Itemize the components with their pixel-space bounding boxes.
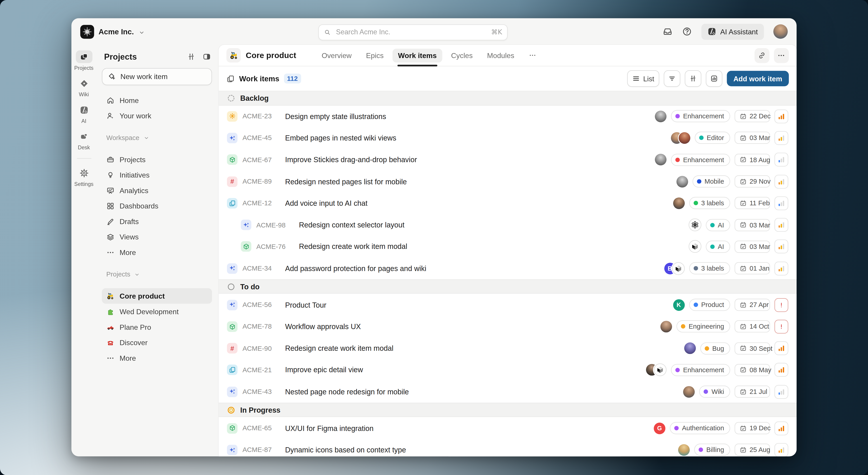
group-header-backlog[interactable]: Backlog [219,91,797,105]
label-pill[interactable]: Editor [694,132,730,144]
due-date-pill[interactable]: 03 Mar [735,241,770,253]
priority-urgent-icon[interactable] [774,319,788,333]
due-date-pill[interactable]: 30 Sept [735,342,770,354]
due-date-pill[interactable]: 27 Apr [735,299,770,311]
priority-urgent-icon[interactable] [774,298,788,312]
sidebar-project-discover[interactable]: Discover [102,335,212,350]
work-item-row[interactable]: ACME-21 Improve epic detail view Enhance… [219,359,797,381]
label-pill[interactable]: Enhancement [671,154,730,166]
tab-modules[interactable]: Modules [482,48,520,62]
sidebar-item-dashboards[interactable]: Dashboards [102,198,212,214]
work-item-row[interactable]: ACME-23 Design empty state illustrations… [219,105,797,127]
work-item-row[interactable]: ACME-76 Redesign create work item modal … [219,236,797,258]
assignee-avatars[interactable] [655,110,666,122]
sidebar-item-views[interactable]: Views [102,229,212,245]
add-work-item-button[interactable]: Add work item [727,71,789,86]
user-avatar[interactable] [773,24,788,39]
assignee-avatars[interactable]: B [664,262,685,275]
due-date-pill[interactable]: 14 Oct [735,320,770,333]
rail-item-wiki[interactable]: Wiki [71,77,96,97]
priority-medium-icon[interactable] [774,175,788,189]
priority-low-icon[interactable] [774,196,788,210]
assignee-avatars[interactable] [673,197,684,209]
projects-section-header[interactable]: Projects [102,268,212,281]
work-item-row[interactable]: # ACME-89 Redesign nested pages list for… [219,171,797,192]
rail-item-projects[interactable]: Projects [71,50,96,71]
work-item-row[interactable]: ACME-78 Workflow approvals UX Engineerin… [219,316,797,337]
rail-item-settings[interactable]: Settings [71,166,96,187]
new-work-item-button[interactable]: New work item [102,68,212,85]
layout-list-button[interactable]: List [627,70,659,87]
assignee-avatars[interactable] [683,386,695,398]
sidebar-item-more[interactable]: More [102,244,212,260]
workspace-switcher[interactable]: Acme Inc. [80,25,145,38]
due-date-pill[interactable]: 01 Jan [735,262,770,274]
label-pill[interactable]: 3 labels [689,197,730,209]
sidebar-item-projects[interactable]: Projects [102,151,212,167]
due-date-pill[interactable]: 21 Jul [735,385,770,398]
work-item-row[interactable]: # ACME-90 Redesign create work item moda… [219,337,797,359]
due-date-pill[interactable]: 03 Mar [735,132,770,144]
label-pill[interactable]: Wiki [700,385,730,398]
label-pill[interactable]: Bug [700,342,730,354]
work-item-row[interactable]: ACME-12 Add voice input to AI chat 3 lab… [219,192,797,214]
ai-assistant-button[interactable]: AI Assistant [702,24,764,39]
assignee-avatars[interactable] [678,444,690,455]
priority-high-icon[interactable] [774,421,788,435]
label-pill[interactable]: Enhancement [671,110,730,123]
assignee-avatars[interactable] [688,218,701,231]
workspace-section-header[interactable]: Workspace [102,131,212,144]
label-pill[interactable]: AI [706,241,730,253]
due-date-pill[interactable]: 25 Aug [735,444,770,456]
work-item-row[interactable]: ACME-45 Embed pages in nested wiki views… [219,127,797,149]
assignee-avatars[interactable] [655,154,666,165]
due-date-pill[interactable]: 11 Feb [735,197,770,209]
due-date-pill[interactable]: 19 Dec [735,422,770,434]
work-item-row[interactable]: ACME-98 Redesign context selector layout… [219,214,797,236]
group-header-in-progress[interactable]: In Progress [219,403,797,417]
priority-medium-icon[interactable] [774,131,788,145]
assignee-avatars[interactable]: G [654,422,665,434]
priority-high-icon[interactable] [774,363,788,377]
sidebar-project-wed-development[interactable]: Wed Development [102,304,212,319]
group-header-to-do[interactable]: To do [219,279,797,294]
sidebar-item-initiatives[interactable]: Initiatives [102,167,212,183]
global-search[interactable]: ⌘K [318,24,508,40]
rail-item-ai[interactable]: AI [71,103,96,124]
tab-work-items[interactable]: Work items [393,48,442,62]
due-date-pill[interactable]: 22 Dec [735,110,770,123]
assignee-avatars[interactable] [671,132,690,144]
label-pill[interactable]: Billing [694,444,730,456]
assignee-avatars[interactable] [684,342,695,354]
sidebar-item-drafts[interactable]: Drafts [102,213,212,229]
due-date-pill[interactable]: 08 May [735,364,770,376]
label-pill[interactable]: Enhancement [671,364,730,376]
priority-low-icon[interactable] [774,385,788,399]
tab-more[interactable] [523,48,542,62]
work-item-row[interactable]: ACME-56 Product Tour K Product 27 Apr [219,294,797,315]
label-pill[interactable]: 3 labels [689,262,730,274]
assignee-avatars[interactable]: K [673,299,684,311]
inbox-icon[interactable] [663,27,673,37]
sidebar-project-more[interactable]: More [102,350,212,366]
work-item-row[interactable]: ACME-34 Add password protection for page… [219,258,797,279]
sidebar-item-your-work[interactable]: Your work [102,108,212,124]
priority-high-icon[interactable] [774,109,788,123]
priority-medium-icon[interactable] [774,262,788,275]
label-pill[interactable]: Product [689,299,730,311]
assignee-avatars[interactable] [688,240,701,253]
label-pill[interactable]: Engineering [677,320,730,333]
due-date-pill[interactable]: 03 Mar [735,219,770,231]
label-pill[interactable]: Authentication [670,422,730,434]
priority-high-icon[interactable] [774,341,788,355]
help-icon[interactable] [682,27,692,37]
display-options-button[interactable] [685,70,701,87]
tab-epics[interactable]: Epics [361,48,389,62]
work-item-row[interactable]: ACME-87 Dynamic icons based on context t… [219,439,797,456]
priority-medium-icon[interactable] [774,240,788,253]
due-date-pill[interactable]: 18 Aug [735,154,770,166]
sidebar-project-core-product[interactable]: Core product [102,288,212,304]
sidebar-item-analytics[interactable]: Analytics [102,182,212,198]
tab-cycles[interactable]: Cycles [445,48,478,62]
copy-link-button[interactable] [754,48,770,63]
